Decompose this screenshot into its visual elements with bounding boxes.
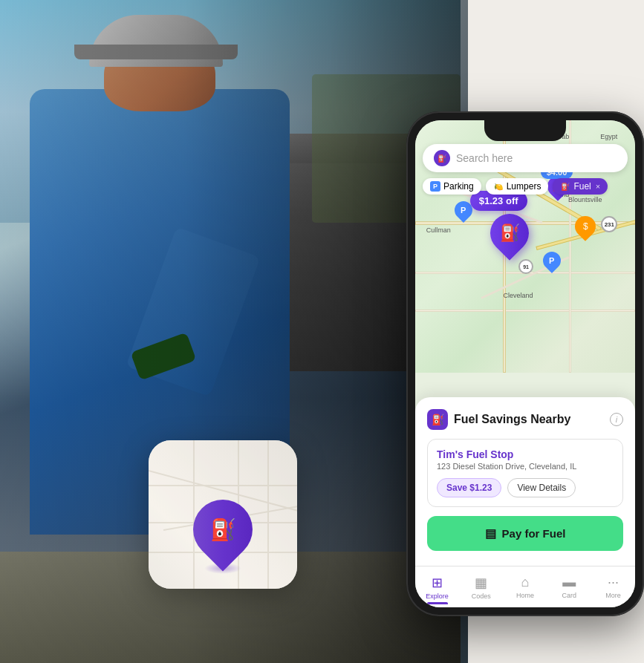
nav-item-more[interactable]: ··· More [591,570,635,604]
codes-nav-label: Codes [472,592,491,600]
parking-chip-label: Parking [443,181,474,192]
app-icon-pin: ⛽ [189,500,256,574]
map-label-cleveland: Cleveland [503,292,533,299]
bottom-nav: ⊞ Explore ▦ Codes ⌂ Home ▬ Card ··· More [415,566,635,607]
panel-title: Fuel Savings Nearby [454,413,604,426]
filter-chip-parking[interactable]: P Parking [423,178,481,195]
pay-fuel-icon: ▤ [485,526,496,540]
nav-item-card[interactable]: ▬ Card [547,570,591,604]
filter-chips-container: P Parking 🍋 Lumpers ⛽ Fuel × [423,178,628,195]
pin-inner: ⛽ [210,517,236,542]
card-nav-label: Card [562,592,576,599]
station-actions: Save $1.23 View Details [437,478,614,497]
explore-active-indicator [427,602,448,604]
filter-chip-lumpers[interactable]: 🍋 Lumpers [486,178,549,195]
save-badge: Save $1.23 [437,478,501,497]
station-card: Tim's Fuel Stop 123 Diesel Station Drive… [427,439,623,507]
explore-nav-label: Explore [426,592,449,600]
more-nav-icon: ··· [608,575,619,590]
bottom-panel: ⛽ Fuel Savings Nearby i Tim's Fuel Stop … [415,397,635,566]
orange-pin: $ [575,216,596,237]
home-nav-label: Home [516,592,534,599]
app-logo-small: ⛽ [434,150,450,166]
panel-header: ⛽ Fuel Savings Nearby i [427,409,623,430]
nav-item-codes[interactable]: ▦ Codes [459,570,503,604]
map-label-egypt: Egypt [600,133,617,140]
nav-item-home[interactable]: ⌂ Home [503,570,547,604]
phone-mockup: 231 91 Cullman Blountsville Cleveland Po… [406,111,644,616]
phone-notch [484,120,566,141]
codes-nav-icon: ▦ [475,575,487,591]
phone-screen: 231 91 Cullman Blountsville Cleveland Po… [415,120,635,607]
app-icon-card: ⛽ [149,440,297,589]
nav-item-explore[interactable]: ⊞ Explore [415,570,459,604]
explore-nav-icon: ⊞ [432,575,443,591]
active-fuel-pin: $1.23 off ⛽ [481,191,539,252]
filter-chip-fuel[interactable]: ⛽ Fuel × [553,178,608,195]
lumpers-chip-icon: 🍋 [493,181,504,192]
station-address: 123 Diesel Station Drive, Cleveland, IL [437,462,614,471]
parking-chip-icon: P [430,181,440,192]
panel-icon: ⛽ [427,409,448,430]
search-placeholder: Search here [456,152,513,164]
fuel-chip-close[interactable]: × [596,182,600,191]
fuel-icon: ⛽ [432,414,444,425]
pin-head: ⛽ [180,487,264,571]
card-nav-icon: ▬ [562,575,576,590]
more-nav-label: More [605,592,621,599]
station-name: Tim's Fuel Stop [437,448,614,460]
fuel-chip-icon: ⛽ [560,181,570,192]
pay-fuel-label: Pay for Fuel [502,527,566,540]
map-label-blountsville: Blountsville [568,196,602,203]
map-label-cullman: Cullman [426,226,451,234]
fuel-chip-label: Fuel [573,181,591,192]
lumpers-chip-label: Lumpers [507,181,541,192]
search-bar[interactable]: ⛽ Search here [423,144,628,172]
parking-pin-2: P [543,252,561,270]
view-details-button[interactable]: View Details [507,478,576,497]
info-icon[interactable]: i [610,413,623,426]
pin-symbol: ⛽ [210,517,236,542]
home-nav-icon: ⌂ [521,575,530,590]
pay-fuel-button[interactable]: ▤ Pay for Fuel [427,516,623,551]
